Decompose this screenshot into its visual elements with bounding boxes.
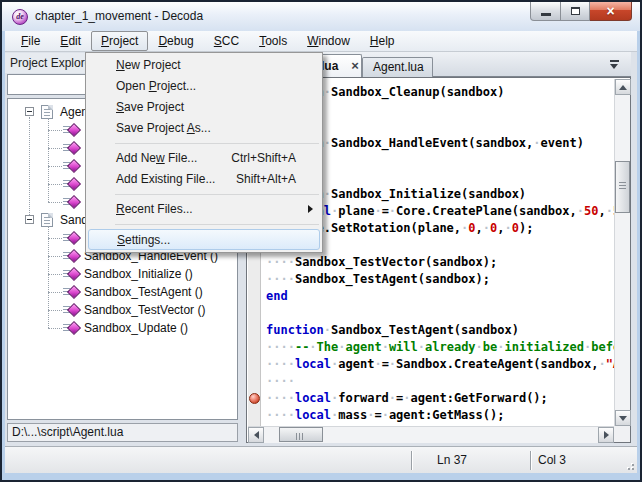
tree-connector: [48, 274, 62, 275]
minimize-icon: [541, 13, 551, 16]
code-line: ····local·mass·=·agent:GetMass();: [266, 408, 614, 425]
app-window: de chapter_1_movement - Decoda × FileEdi…: [0, 0, 642, 482]
code-line: ····Sandbox_TestVector(sandbox);: [266, 255, 614, 272]
code-line: end: [266, 289, 614, 306]
menu-separator: [115, 194, 319, 195]
menu-item-settings[interactable]: Settings...: [88, 229, 320, 250]
tree-item-sandbox-update[interactable]: Sandbox_Update (): [8, 319, 237, 337]
menu-item-add-existing-file[interactable]: Add Existing File...Shift+Alt+A: [86, 169, 322, 190]
vertical-scroll-thumb[interactable]: [615, 161, 630, 213]
tree-connector: [48, 238, 62, 239]
project-menu-dropdown: New ProjectOpen Project...Save ProjectSa…: [85, 52, 323, 253]
vertical-scrollbar[interactable]: [614, 79, 630, 426]
resize-grip[interactable]: [625, 461, 634, 470]
status-bar: Ln 37 Col 3: [5, 446, 637, 473]
horizontal-scroll-thumb[interactable]: [279, 427, 323, 442]
tab-list-arrow-icon: [610, 64, 618, 69]
menubar-item-project[interactable]: Project: [91, 31, 148, 51]
menu-separator: [115, 224, 319, 225]
function-icon: [63, 250, 81, 262]
tree-connector: [48, 256, 62, 257]
menubar-item-tools[interactable]: Tools: [249, 31, 297, 51]
maximize-button[interactable]: [561, 2, 590, 21]
menubar-item-scc[interactable]: SCC: [204, 31, 249, 51]
menu-item-label: Settings...: [117, 233, 170, 247]
menubar-item-debug[interactable]: Debug: [148, 31, 203, 51]
horizontal-scrollbar[interactable]: [248, 426, 614, 443]
menu-item-label: Recent Files...: [116, 202, 193, 216]
tree-connector: [48, 226, 49, 328]
scroll-right-button[interactable]: [598, 427, 614, 443]
tree-connector: [48, 328, 62, 329]
menu-item-label: Save Project: [116, 100, 184, 114]
function-icon: [63, 124, 81, 136]
menubar-item-file[interactable]: File: [11, 31, 50, 51]
file-path-text: D:\...\script\Agent.lua: [12, 425, 123, 439]
arrow-up-icon: [619, 85, 627, 90]
menu-item-new-project[interactable]: New Project: [86, 55, 322, 76]
tree-connector: [48, 130, 62, 131]
decoda-logo-icon: de: [12, 9, 28, 25]
file-icon: [41, 105, 53, 119]
scroll-left-button[interactable]: [248, 427, 264, 443]
menu-item-label: Add Existing File...: [116, 172, 215, 186]
minimize-button[interactable]: [530, 2, 561, 21]
breakpoint-icon[interactable]: [249, 393, 260, 404]
tree-connector: [48, 184, 62, 185]
tree-item-sandbox-initialize[interactable]: Sandbox_Initialize (): [8, 265, 237, 283]
menu-separator: [115, 143, 319, 144]
tab-label: Agent.lua: [373, 60, 424, 74]
file-icon: [41, 213, 53, 227]
thumb-grip: [296, 433, 297, 440]
menu-item-add-new-file[interactable]: Add New File...Ctrl+Shift+A: [86, 148, 322, 169]
tree-item-label: Sandbox_TestVector (): [84, 301, 205, 319]
tree-connector: [29, 117, 30, 215]
tab-close-icon[interactable]: ×: [351, 55, 359, 76]
menu-item-shortcut: Shift+Alt+A: [236, 169, 296, 190]
menubar-item-help[interactable]: Help: [360, 31, 405, 51]
status-column-number: Col 3: [538, 453, 566, 467]
tree-connector: [48, 310, 62, 311]
tab-list-icon: [610, 60, 619, 62]
code-line: ····: [266, 374, 614, 391]
tree-item-sandbox-testagent[interactable]: Sandbox_TestAgent (): [8, 283, 237, 301]
menu-item-save-project[interactable]: Save Project: [86, 97, 322, 118]
scroll-up-button[interactable]: [615, 79, 631, 95]
menu-item-label: Add New File...: [116, 151, 197, 165]
menu-item-recent-files[interactable]: Recent Files...: [86, 199, 322, 220]
function-icon: [63, 160, 81, 172]
menu-item-open-project[interactable]: Open Project...: [86, 76, 322, 97]
tree-item-label: Sandbox_Update (): [84, 319, 188, 337]
tree-item-sandbox-testvector[interactable]: Sandbox_TestVector (): [8, 301, 237, 319]
function-icon: [63, 286, 81, 298]
editor-tab-agent-lua[interactable]: Agent.lua: [362, 57, 433, 77]
menubar-item-window[interactable]: Window: [297, 31, 360, 51]
tree-connector: [48, 292, 62, 293]
function-icon: [63, 304, 81, 316]
scrollbar-corner: [614, 426, 630, 442]
tree-connector: [48, 202, 62, 203]
function-icon: [63, 322, 81, 334]
collapse-icon[interactable]: [25, 215, 34, 224]
code-line: ····local·forward·=·agent:GetForward();: [266, 391, 614, 408]
tree-connector: [48, 148, 62, 149]
window-title: chapter_1_movement - Decoda: [35, 9, 203, 23]
close-button[interactable]: ×: [590, 2, 632, 21]
tree-item-label: Sandbox_TestAgent (): [84, 283, 203, 301]
tab-list-button[interactable]: [608, 59, 624, 72]
tree-connector: [48, 166, 62, 167]
scroll-down-button[interactable]: [615, 410, 631, 426]
arrow-right-icon: [604, 431, 609, 439]
menu-item-label: New Project: [116, 58, 181, 72]
menu-item-shortcut: Ctrl+Shift+A: [231, 148, 296, 169]
function-icon: [63, 232, 81, 244]
menu-item-save-project-as[interactable]: Save Project As...: [86, 118, 322, 139]
thumb-grip: [619, 182, 626, 183]
collapse-icon[interactable]: [25, 107, 34, 116]
tree-item-label: Sandbox_Initialize (): [84, 265, 193, 283]
menubar-item-edit[interactable]: Edit: [50, 31, 91, 51]
close-icon: ×: [606, 4, 614, 18]
code-line: [266, 306, 614, 323]
window-controls: ×: [530, 2, 632, 21]
code-line: ····--·The·agent·will·already·be·initial…: [266, 340, 614, 357]
